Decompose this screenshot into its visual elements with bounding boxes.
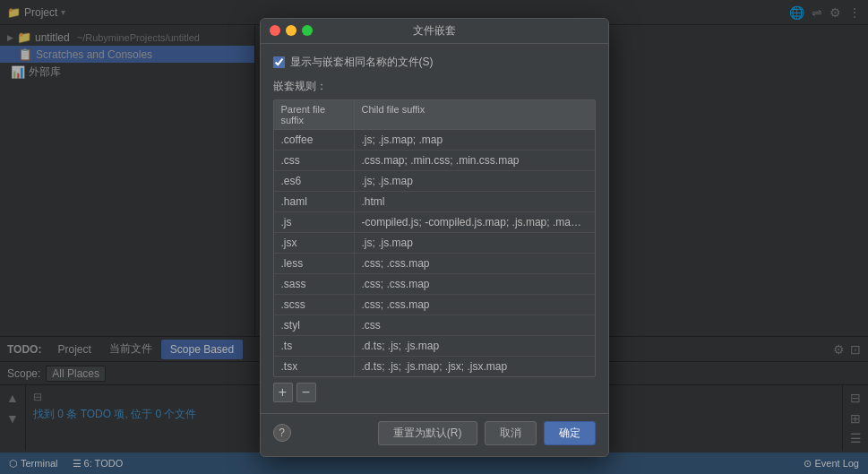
checkbox-label[interactable]: 显示与嵌套相同名称的文件(S): [290, 55, 434, 70]
child-cell: .css; .css.map: [355, 295, 595, 315]
child-cell: .js; .js.map: [355, 171, 595, 191]
parent-cell: .ts: [274, 336, 355, 356]
table-controls: + −: [273, 383, 596, 402]
parent-cell: .css: [274, 151, 355, 170]
add-row-btn[interactable]: +: [273, 383, 293, 402]
footer-right: 重置为默认(R) 取消 确定: [378, 421, 596, 445]
table-row[interactable]: .coffee .js; .js.map; .map: [274, 130, 595, 151]
remove-row-btn[interactable]: −: [296, 383, 316, 402]
dialog-footer: ? 重置为默认(R) 取消 确定: [261, 413, 608, 456]
child-cell: .css; .css.map: [355, 254, 595, 273]
help-button[interactable]: ?: [273, 424, 291, 442]
show-same-name-checkbox[interactable]: [273, 56, 285, 68]
checkbox-row: 显示与嵌套相同名称的文件(S): [273, 55, 596, 70]
child-cell: .css; .css.map: [355, 274, 595, 294]
parent-cell: .haml: [274, 192, 355, 211]
footer-left: ?: [273, 424, 291, 442]
table-row[interactable]: .ts .d.ts; .js; .js.map: [274, 336, 595, 357]
dialog-title: 文件嵌套: [413, 23, 456, 39]
child-cell: .js; .js.map: [355, 233, 595, 253]
dialog-body: 显示与嵌套相同名称的文件(S) 嵌套规则： Parent file suffix…: [261, 44, 608, 413]
child-cell: .css.map; .min.css; .min.css.map: [355, 151, 595, 170]
reset-button[interactable]: 重置为默认(R): [378, 421, 477, 445]
dialog-titlebar: 文件嵌套: [261, 19, 608, 44]
file-nesting-table: Parent file suffix Child file suffix .co…: [273, 99, 596, 377]
parent-cell: .scss: [274, 295, 355, 315]
parent-cell: .sass: [274, 274, 355, 294]
window-controls: [270, 25, 313, 36]
parent-cell: .coffee: [274, 130, 355, 150]
modal-overlay: 文件嵌套 显示与嵌套相同名称的文件(S) 嵌套规则： Parent file s…: [0, 0, 868, 474]
parent-cell: .tsx: [274, 357, 355, 376]
parent-cell: .js: [274, 212, 355, 232]
child-cell: .js; .js.map; .map: [355, 130, 595, 150]
table-body: .coffee .js; .js.map; .map .css .css.map…: [274, 130, 595, 377]
col-parent: Parent file suffix: [274, 100, 355, 129]
table-row[interactable]: .scss .css; .css.map: [274, 295, 595, 315]
table-row[interactable]: .styl .css: [274, 315, 595, 336]
table-row[interactable]: .tsx .d.ts; .js; .js.map; .jsx; .jsx.map: [274, 357, 595, 377]
child-cell: .d.ts; .js; .js.map: [355, 336, 595, 356]
child-cell: -compiled.js; -compiled.js.map; .js.map;…: [355, 212, 595, 232]
nesting-rules-label: 嵌套规则：: [273, 79, 596, 94]
child-cell: .d.ts; .js; .js.map; .jsx; .jsx.map: [355, 357, 595, 376]
maximize-btn[interactable]: [302, 25, 313, 36]
table-row[interactable]: .es6 .js; .js.map: [274, 171, 595, 192]
table-row[interactable]: .jsx .js; .js.map: [274, 233, 595, 254]
minimize-btn[interactable]: [286, 25, 296, 36]
table-row[interactable]: .haml .html: [274, 192, 595, 212]
table-row[interactable]: .less .css; .css.map: [274, 254, 595, 274]
child-cell: .css: [355, 315, 595, 335]
parent-cell: .styl: [274, 315, 355, 335]
dialog-file-nesting: 文件嵌套 显示与嵌套相同名称的文件(S) 嵌套规则： Parent file s…: [260, 18, 609, 457]
parent-cell: .less: [274, 254, 355, 273]
table-row[interactable]: .js -compiled.js; -compiled.js.map; .js.…: [274, 212, 595, 233]
child-cell: .html: [355, 192, 595, 211]
cancel-button[interactable]: 取消: [485, 421, 537, 445]
ok-button[interactable]: 确定: [544, 421, 596, 445]
table-header: Parent file suffix Child file suffix: [274, 100, 595, 130]
table-row[interactable]: .sass .css; .css.map: [274, 274, 595, 295]
close-btn[interactable]: [270, 25, 280, 36]
parent-cell: .jsx: [274, 233, 355, 253]
table-row[interactable]: .css .css.map; .min.css; .min.css.map: [274, 151, 595, 171]
parent-cell: .es6: [274, 171, 355, 191]
col-child: Child file suffix: [355, 100, 595, 129]
